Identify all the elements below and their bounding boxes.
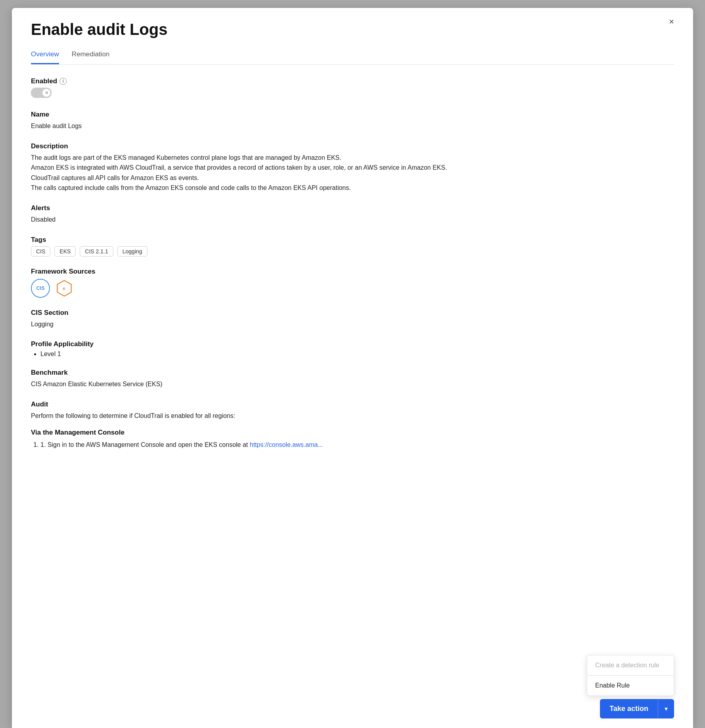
benchmark-section: Benchmark CIS Amazon Elastic Kubernetes …: [31, 369, 674, 389]
cis-section-value: Logging: [31, 319, 674, 330]
enabled-toggle[interactable]: ✕: [31, 88, 52, 98]
k8s-framework-icon[interactable]: K: [55, 279, 74, 298]
take-action-container: Create a detection rule Enable Rule Take…: [587, 655, 674, 718]
dropdown-item-detection-rule: Create a detection rule: [587, 655, 674, 675]
description-section: Description The audit logs are part of t…: [31, 142, 674, 193]
name-section: Name Enable audit Logs: [31, 111, 674, 131]
enabled-label: Enabled i: [31, 77, 674, 85]
name-value: Enable audit Logs: [31, 121, 674, 131]
alerts-label: Alerts: [31, 204, 674, 212]
close-button[interactable]: ×: [669, 17, 674, 26]
take-action-label: Take action: [600, 699, 658, 718]
framework-sources-icons: CIS K: [31, 279, 674, 298]
framework-sources-section: Framework Sources CIS K: [31, 268, 674, 298]
audit-section: Audit Perform the following to determine…: [31, 400, 674, 450]
name-label: Name: [31, 111, 674, 119]
tag-cis211[interactable]: CIS 2.1.1: [80, 246, 113, 257]
framework-sources-label: Framework Sources: [31, 268, 674, 276]
enabled-section: Enabled i ✕: [31, 77, 674, 100]
tags-label: Tags: [31, 236, 674, 244]
audit-steps: 1. Sign in to the AWS Management Console…: [31, 440, 674, 450]
panel-header: × Enable audit Logs Overview Remediation: [12, 8, 693, 65]
tags-row: CIS EKS CIS 2.1.1 Logging: [31, 246, 674, 257]
tab-remediation[interactable]: Remediation: [72, 46, 109, 64]
alerts-section: Alerts Disabled: [31, 204, 674, 225]
benchmark-value: CIS Amazon Elastic Kubernetes Service (E…: [31, 379, 674, 389]
alerts-value: Disabled: [31, 215, 674, 225]
profile-item: Level 1: [40, 351, 674, 358]
take-action-button[interactable]: Take action ▾: [600, 699, 674, 718]
eks-console-link[interactable]: https://console.aws.ama...: [250, 441, 323, 448]
take-action-chevron-icon: ▾: [658, 699, 674, 718]
tab-overview[interactable]: Overview: [31, 46, 59, 64]
cis-section-label: CIS Section: [31, 309, 674, 317]
description-value: The audit logs are part of the EKS manag…: [31, 153, 674, 193]
toggle-x-icon: ✕: [45, 90, 48, 96]
audit-intro: Perform the following to determine if Cl…: [31, 411, 674, 421]
tab-bar: Overview Remediation: [31, 46, 674, 65]
svg-text:K: K: [63, 286, 66, 290]
tag-eks[interactable]: EKS: [54, 246, 76, 257]
page-title: Enable audit Logs: [31, 21, 674, 38]
audit-console-heading: Via the Management Console: [31, 429, 674, 437]
audit-label: Audit: [31, 400, 674, 408]
profile-label: Profile Applicability: [31, 340, 674, 348]
tag-cis[interactable]: CIS: [31, 246, 50, 257]
info-icon[interactable]: i: [59, 78, 67, 85]
profile-list: Level 1: [31, 351, 674, 358]
cis-framework-icon[interactable]: CIS: [31, 279, 50, 298]
side-panel: × Enable audit Logs Overview Remediation…: [12, 8, 693, 728]
enabled-text: Enabled: [31, 77, 57, 85]
audit-step-1: 1. Sign in to the AWS Management Console…: [40, 440, 674, 450]
cis-section-section: CIS Section Logging: [31, 309, 674, 330]
benchmark-label: Benchmark: [31, 369, 674, 377]
description-label: Description: [31, 142, 674, 150]
tags-section: Tags CIS EKS CIS 2.1.1 Logging: [31, 236, 674, 257]
action-bar: Create a detection rule Enable Rule Take…: [12, 646, 693, 728]
tag-logging[interactable]: Logging: [117, 246, 148, 257]
panel-body: Enabled i ✕ Name Enable audit Logs Descr…: [12, 65, 693, 728]
profile-section: Profile Applicability Level 1: [31, 340, 674, 358]
dropdown-item-enable-rule[interactable]: Enable Rule: [587, 676, 674, 695]
toggle-knob: ✕: [42, 89, 50, 97]
action-dropdown-menu: Create a detection rule Enable Rule: [587, 655, 674, 696]
